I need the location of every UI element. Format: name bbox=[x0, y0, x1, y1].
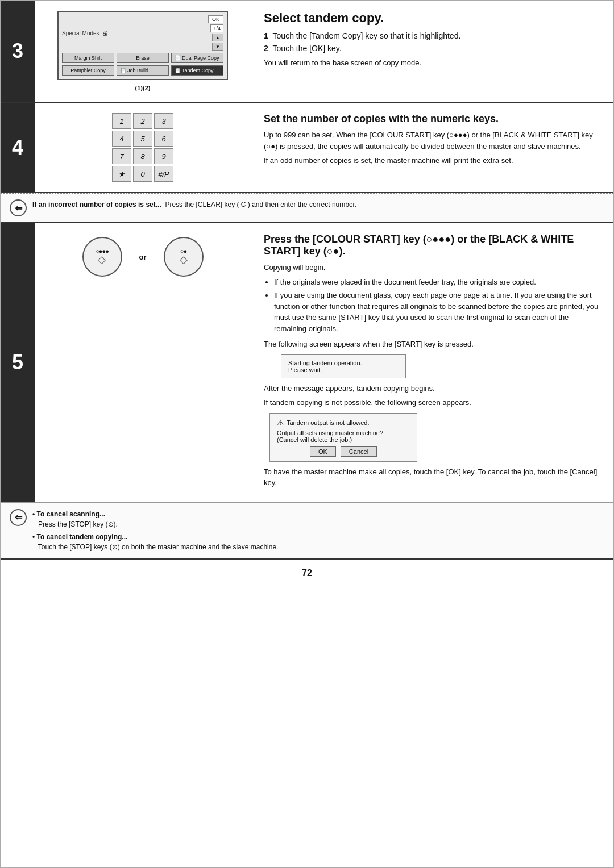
instruction-2: 2 Touch the [OK] key. bbox=[264, 44, 601, 53]
section-4: 4 1 2 3 4 5 6 7 8 9 ★ 0 #/P Set the numb… bbox=[1, 103, 613, 193]
step-4-body-1: If an odd number of copies is set, the m… bbox=[264, 155, 601, 166]
step-5-note-b2-bold: To cancel tandem copying... bbox=[37, 533, 128, 541]
key-4[interactable]: 4 bbox=[112, 131, 131, 147]
step-5-title: Press the [COLOUR START] key (○●●●) or t… bbox=[264, 233, 601, 257]
step-5-number: 5 bbox=[1, 223, 35, 502]
step-5-note-row: ⇐ • To cancel scanning... Press the [STO… bbox=[1, 503, 613, 559]
warning-buttons: OK Cancel bbox=[277, 446, 410, 457]
step-4-title: Set the number of copies with the numeri… bbox=[264, 113, 601, 125]
numpad: 1 2 3 4 5 6 7 8 9 ★ 0 #/P bbox=[112, 113, 173, 182]
step-5-bullet-0: If the originals were placed in the docu… bbox=[274, 277, 601, 288]
tandem-start-line1: Starting tandem operation. bbox=[288, 360, 399, 366]
step-4-body-0: Up to 999 can be set. When the [COLOUR S… bbox=[264, 130, 601, 152]
warning-cancel-button[interactable]: Cancel bbox=[341, 446, 377, 457]
warning-line3: (Cancel will delete the job.) bbox=[277, 436, 410, 443]
step-5-content: Press the [COLOUR START] key (○●●●) or t… bbox=[251, 223, 613, 502]
warning-ok-button[interactable]: OK bbox=[310, 446, 336, 457]
key-2[interactable]: 2 bbox=[133, 113, 152, 129]
step-3-content: Select tandem copy. 1 Touch the [Tandem … bbox=[251, 1, 613, 102]
step-5-note-bullet1: • To cancel scanning... Press the [STOP]… bbox=[32, 509, 278, 529]
bw-start-dots: ○● ◇ bbox=[180, 248, 188, 266]
step-4-note-bold: If an incorrect number of copies is set.… bbox=[32, 201, 161, 208]
step-4-number: 4 bbox=[1, 103, 35, 192]
step-5-intro: Copying will begin. bbox=[264, 262, 601, 273]
section-3: 3 Special Modes 🖨 OK 1/4 ▲ ▼ bbox=[1, 1, 613, 103]
step-4-illustration: 1 2 3 4 5 6 7 8 9 ★ 0 #/P bbox=[35, 103, 251, 192]
key-star[interactable]: ★ bbox=[112, 166, 131, 182]
key-6[interactable]: 6 bbox=[154, 131, 173, 147]
step-5-after-screen1b: If tandem copying is not possible, the f… bbox=[264, 397, 601, 408]
screen-arrow-nav: ▲ ▼ bbox=[212, 34, 223, 51]
key-5[interactable]: 5 bbox=[133, 131, 152, 147]
step-5-note-bullet2: • To cancel tandem copying... Touch the … bbox=[32, 532, 278, 552]
key-0[interactable]: 0 bbox=[133, 166, 152, 182]
section-5: 5 ○●●● ◇ or ○● ◇ bbox=[1, 223, 613, 503]
up-arrow[interactable]: ▲ bbox=[212, 34, 223, 41]
step-4-note-row: ⇐ If an incorrect number of copies is se… bbox=[1, 193, 613, 223]
screen-ok-button[interactable]: OK bbox=[208, 15, 223, 23]
warning-line2: Output all sets using master machine? bbox=[277, 429, 410, 436]
step-5-bullet-1: If you are using the document glass, cop… bbox=[274, 290, 601, 334]
colour-start-circle[interactable]: ○●●● ◇ bbox=[82, 237, 122, 277]
step-4-note-body: Press the [CLEAR] key ( C ) and then ent… bbox=[163, 201, 356, 208]
key-1[interactable]: 1 bbox=[112, 113, 131, 129]
step-5-after-screen1: After the message appears, tandem copyin… bbox=[264, 383, 601, 394]
screen-buttons-row1: Margin Shift Erase 📄 Dual Page Copy bbox=[62, 53, 223, 63]
tandem-copy-button[interactable]: 📋 Tandem Copy bbox=[171, 65, 223, 76]
warning-header: ⚠ Tandem output is not allowed. bbox=[277, 418, 410, 427]
job-build-button[interactable]: 📋 Job Build bbox=[117, 65, 169, 76]
bw-start-key: ○● ◇ bbox=[164, 237, 204, 277]
screen-special-modes-label: Special Modes bbox=[62, 30, 99, 36]
bw-start-circle[interactable]: ○● ◇ bbox=[164, 237, 204, 277]
key-8[interactable]: 8 bbox=[133, 148, 152, 164]
step-5-note-b2-text: Touch the [STOP] keys (⊙) on both the ma… bbox=[32, 543, 278, 551]
step-5-note-b1-text: Press the [STOP] key (⊙). bbox=[32, 520, 118, 528]
note-icon-5: ⇐ bbox=[10, 509, 27, 526]
key-3[interactable]: 3 bbox=[154, 113, 173, 129]
dual-page-copy-button[interactable]: 📄 Dual Page Copy bbox=[171, 53, 223, 63]
colour-start-key: ○●●● ◇ bbox=[82, 237, 122, 277]
step-5-note-text: • To cancel scanning... Press the [STOP]… bbox=[32, 509, 278, 552]
step-3-illustration: Special Modes 🖨 OK 1/4 ▲ ▼ Margin Shift bbox=[35, 1, 251, 102]
step-3-subtext: You will return to the base screen of co… bbox=[264, 57, 601, 69]
instruction-1-text: Touch the [Tandem Copy] key so that it i… bbox=[273, 31, 461, 40]
warning-triangle-icon: ⚠ bbox=[277, 418, 284, 427]
page-wrapper: 3 Special Modes 🖨 OK 1/4 ▲ ▼ bbox=[0, 0, 614, 868]
instruction-2-text: Touch the [OK] key. bbox=[273, 44, 342, 53]
tandem-start-line2: Please wait. bbox=[288, 366, 399, 373]
step-5-note-b1-bold: To cancel scanning... bbox=[37, 510, 105, 518]
key-7[interactable]: 7 bbox=[112, 148, 131, 164]
step-5-bullets: If the originals were placed in the docu… bbox=[264, 277, 601, 335]
step-5-illustration: ○●●● ◇ or ○● ◇ bbox=[35, 223, 251, 502]
label-2: (2) bbox=[143, 85, 150, 91]
step-3-title: Select tandem copy. bbox=[264, 11, 601, 26]
screen-title: Special Modes 🖨 bbox=[62, 30, 108, 36]
erase-button[interactable]: Erase bbox=[117, 53, 169, 63]
step-4-note-text: If an incorrect number of copies is set.… bbox=[32, 199, 356, 210]
screen-page-indicator: 1/4 bbox=[210, 24, 223, 32]
key-9[interactable]: 9 bbox=[154, 148, 173, 164]
step-5-after-screen2: To have the master machine make all copi… bbox=[264, 466, 601, 489]
screen-buttons-row2: Pamphlet Copy 📋 Job Build 📋 Tandem Copy bbox=[62, 65, 223, 76]
step-3-number: 3 bbox=[1, 1, 35, 102]
instruction-1: 1 Touch the [Tandem Copy] key so that it… bbox=[264, 31, 601, 40]
key-hashp[interactable]: #/P bbox=[154, 166, 173, 182]
tandem-warning-dialog: ⚠ Tandem output is not allowed. Output a… bbox=[269, 413, 417, 462]
label-1: (1) bbox=[135, 85, 143, 91]
start-keys: ○●●● ◇ or ○● ◇ bbox=[82, 237, 204, 277]
screen-mock: Special Modes 🖨 OK 1/4 ▲ ▼ Margin Shift bbox=[57, 11, 228, 80]
note-icon-4: ⇐ bbox=[10, 199, 27, 216]
margin-shift-button[interactable]: Margin Shift bbox=[62, 53, 114, 63]
colour-start-dots: ○●●● ◇ bbox=[96, 248, 109, 266]
step-3-instructions: 1 Touch the [Tandem Copy] key so that it… bbox=[264, 31, 601, 53]
screen-labels: (1) (2) bbox=[135, 85, 151, 91]
step-4-content: Set the number of copies with the numeri… bbox=[251, 103, 613, 192]
down-arrow[interactable]: ▼ bbox=[212, 43, 223, 51]
tandem-start-dialog: Starting tandem operation. Please wait. bbox=[281, 354, 406, 378]
warning-line1: Tandem output is not allowed. bbox=[287, 419, 370, 426]
page-footer: 72 bbox=[1, 559, 613, 586]
or-label: or bbox=[139, 253, 147, 261]
page-number: 72 bbox=[302, 568, 312, 578]
step-5-after-bullets: The following screen appears when the [S… bbox=[264, 339, 601, 350]
pamphlet-copy-button[interactable]: Pamphlet Copy bbox=[62, 65, 114, 76]
